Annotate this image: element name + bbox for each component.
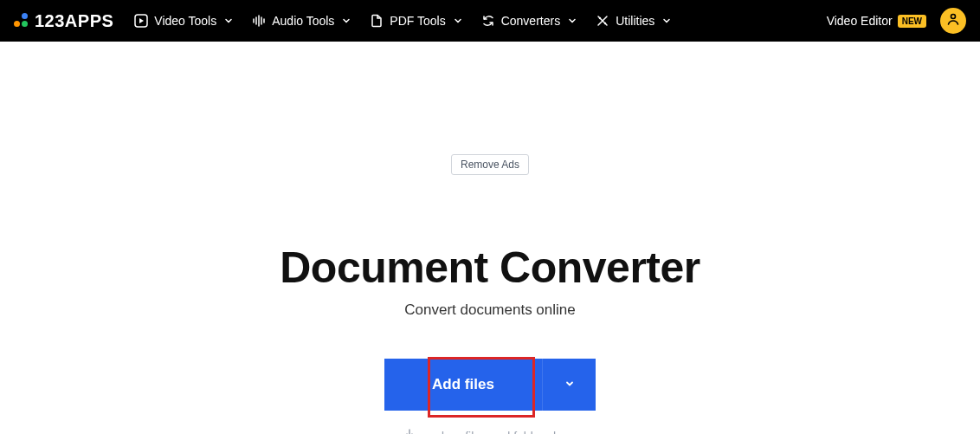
- logo-dots-icon: [14, 13, 29, 29]
- page-title: Document Converter: [280, 243, 700, 293]
- main-nav: Video Tools Audio Tools PDF Tools Conver…: [134, 14, 671, 28]
- chevron-down-icon: [662, 14, 671, 28]
- nav-pdf-tools[interactable]: PDF Tools: [370, 14, 461, 28]
- add-files-button[interactable]: Add files: [384, 359, 542, 411]
- nav-video-tools[interactable]: Video Tools: [134, 14, 233, 28]
- add-files-dropdown-button[interactable]: [542, 359, 596, 411]
- chevron-down-icon: [224, 14, 233, 28]
- chevron-down-icon: [454, 14, 462, 28]
- header-bar: 123APPS Video Tools Audio Tools PDF Tool…: [0, 0, 980, 42]
- video-editor-label: Video Editor: [827, 14, 893, 28]
- convert-icon: [481, 14, 495, 28]
- nav-label: Utilities: [616, 14, 654, 28]
- chevron-down-icon: [564, 379, 575, 392]
- nav-label: Converters: [501, 14, 560, 28]
- audio-bars-icon: [252, 14, 266, 28]
- logo-text: 123APPS: [35, 11, 113, 31]
- nav-label: Audio Tools: [272, 14, 334, 28]
- nav-label: Video Tools: [154, 14, 216, 28]
- remove-ads-button[interactable]: Remove Ads: [451, 154, 529, 175]
- svg-point-2: [604, 23, 606, 24]
- upload-button-row: Add files: [384, 359, 596, 411]
- nav-utilities[interactable]: Utilities: [596, 14, 671, 28]
- svg-point-1: [599, 17, 601, 19]
- chevron-down-icon: [342, 14, 351, 28]
- tools-icon: [596, 14, 609, 28]
- page-subtitle: Convert documents online: [404, 301, 576, 319]
- play-icon: [134, 14, 148, 28]
- nav-converters[interactable]: Converters: [481, 14, 577, 28]
- drop-hint-text: or drop files and folders here: [423, 430, 577, 435]
- logo[interactable]: 123APPS: [14, 11, 113, 31]
- drop-hint: or drop files and folders here: [403, 428, 577, 434]
- user-avatar[interactable]: [940, 8, 966, 34]
- video-editor-link[interactable]: Video Editor NEW: [827, 14, 926, 28]
- document-icon: [370, 14, 384, 28]
- highlight-annotation: Add files: [384, 359, 542, 411]
- nav-audio-tools[interactable]: Audio Tools: [252, 14, 351, 28]
- nav-label: PDF Tools: [390, 14, 445, 28]
- svg-point-3: [951, 15, 956, 19]
- main-content: Remove Ads Document Converter Convert do…: [0, 42, 980, 434]
- person-icon: [945, 11, 961, 30]
- header-right: Video Editor NEW: [827, 8, 966, 34]
- chevron-down-icon: [568, 14, 577, 28]
- download-icon: [403, 428, 416, 434]
- new-badge: NEW: [898, 15, 926, 28]
